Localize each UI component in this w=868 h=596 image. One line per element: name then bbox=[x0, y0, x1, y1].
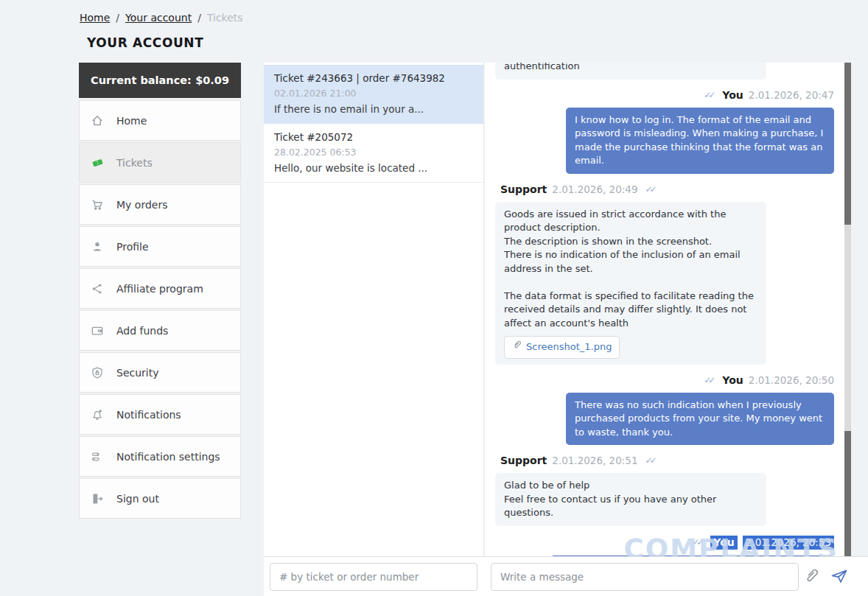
sidebar-item-label: Add funds bbox=[116, 325, 168, 337]
sidebar-item-notifications[interactable]: Notifications bbox=[79, 394, 241, 435]
sidebar-item-affiliate-program[interactable]: Affiliate program bbox=[79, 268, 241, 309]
bottom-bar bbox=[264, 556, 868, 596]
message-bubble: There was no such indication when I prev… bbox=[566, 393, 834, 446]
sidebar-item-label: Notification settings bbox=[116, 451, 220, 463]
ticket-date: 28.02.2025 06:53 bbox=[274, 146, 473, 158]
ticket-date: 02.01.2026 21:00 bbox=[274, 87, 473, 99]
read-receipt-icon: ✓✓ bbox=[645, 455, 654, 467]
message-bubble: authentification bbox=[495, 63, 766, 80]
sidebar-item-add-funds[interactable]: Add funds bbox=[79, 310, 241, 351]
sidebar-item-label: Notifications bbox=[116, 409, 181, 421]
read-receipt-icon: ✓✓ bbox=[692, 536, 701, 549]
bell-icon bbox=[91, 408, 110, 421]
attachment-paperclip-icon bbox=[512, 340, 522, 355]
wallet-icon bbox=[91, 324, 110, 337]
ticket-list: Ticket #243663 | order #764398202.01.202… bbox=[264, 63, 484, 556]
share-icon bbox=[91, 282, 110, 295]
sidebar-item-label: Profile bbox=[116, 241, 149, 253]
balance-header: Current balance: $0.09 bbox=[79, 63, 241, 98]
ticket-preview: If there is no email in your a... bbox=[274, 102, 473, 116]
message-bubble: Glad to be of help Feel free to contact … bbox=[495, 473, 766, 526]
breadcrumb: Home/Your account/Tickets bbox=[80, 12, 243, 24]
sign-out-icon bbox=[91, 492, 110, 505]
ticket-list-item[interactable]: Ticket #243663 | order #764398202.01.202… bbox=[264, 65, 483, 124]
message-time: 2.01.2026, 20:50 bbox=[749, 374, 834, 387]
chat-scrollbar-thumb[interactable] bbox=[844, 225, 851, 431]
sidebar-item-label: Tickets bbox=[116, 157, 153, 169]
paperclip-icon bbox=[803, 576, 819, 587]
sidebar-item-label: Affiliate program bbox=[116, 283, 203, 295]
ticket-list-item[interactable]: Ticket #20507228.02.2025 06:53Hello, our… bbox=[264, 124, 483, 183]
page-title: YOUR ACCOUNT bbox=[87, 35, 203, 50]
sidebar-item-label: My orders bbox=[116, 199, 167, 211]
sidebar-item-label: Sign out bbox=[116, 493, 159, 505]
sender-name: You bbox=[722, 374, 743, 387]
attachment-filename: Screenshot_1.png bbox=[526, 340, 612, 354]
sidebar-item-label: Security bbox=[116, 367, 159, 379]
shield-icon bbox=[91, 366, 110, 379]
ticket-title: Ticket #243663 | order #7643982 bbox=[274, 71, 473, 85]
toggles-icon bbox=[91, 450, 110, 463]
balance-label: Current balance: bbox=[91, 74, 192, 86]
breadcrumb-item-your-account[interactable]: Your account bbox=[125, 12, 192, 24]
account-tickets-page: Home/Your account/Tickets YOUR ACCOUNT C… bbox=[0, 0, 868, 596]
sidebar-item-sign-out[interactable]: Sign out bbox=[79, 478, 241, 519]
read-receipt-icon: ✓✓ bbox=[704, 89, 713, 102]
message-meta: Support2.01.2026, 20:49✓✓ bbox=[495, 183, 834, 196]
read-receipt-icon: ✓✓ bbox=[645, 183, 654, 196]
sender-name: You bbox=[722, 89, 743, 102]
message-bubble: I know how to log in. The format of the … bbox=[566, 108, 834, 174]
sidebar-item-label: Home bbox=[116, 115, 147, 127]
message-bubble: Goods are issued in strict accordance wi… bbox=[495, 202, 766, 365]
attach-file-button[interactable] bbox=[803, 567, 819, 587]
balance-value: $0.09 bbox=[195, 74, 229, 86]
breadcrumb-separator: / bbox=[116, 12, 119, 24]
send-icon bbox=[830, 576, 849, 587]
sidebar: Current balance: $0.09 HomeTicketsMy ord… bbox=[79, 63, 241, 520]
ticket-title: Ticket #205072 bbox=[274, 130, 473, 144]
read-receipt-icon: ✓✓ bbox=[704, 374, 713, 387]
ticket-search-input[interactable] bbox=[270, 563, 477, 591]
home-icon bbox=[91, 114, 110, 127]
message-meta: ✓✓You2.01.2026, 20:53 bbox=[495, 536, 834, 550]
message-meta: ✓✓You2.01.2026, 20:50 bbox=[495, 374, 834, 387]
breadcrumb-item-home[interactable]: Home bbox=[80, 12, 110, 24]
message-meta: ✓✓You2.01.2026, 20:47 bbox=[495, 89, 834, 102]
message-time: 2.01.2026, 20:53 bbox=[743, 536, 834, 550]
chat-scrollbar[interactable] bbox=[844, 63, 851, 556]
sidebar-item-profile[interactable]: Profile bbox=[79, 226, 241, 267]
breadcrumb-separator: / bbox=[197, 12, 201, 24]
message-time: 2.01.2026, 20:51 bbox=[552, 455, 637, 467]
chat-panel: authentification✓✓You2.01.2026, 20:47I k… bbox=[485, 63, 844, 556]
ticket-preview: Hello, our website is located ... bbox=[274, 161, 473, 175]
message-meta: Support2.01.2026, 20:51✓✓ bbox=[495, 455, 834, 467]
sender-name: Support bbox=[500, 455, 547, 467]
ticket-icon bbox=[91, 156, 110, 169]
attachment-chip[interactable]: Screenshot_1.png bbox=[504, 336, 620, 359]
sidebar-item-notification-settings[interactable]: Notification settings bbox=[79, 436, 241, 477]
sidebar-item-my-orders[interactable]: My orders bbox=[79, 184, 241, 225]
sidebar-item-security[interactable]: Security bbox=[79, 352, 241, 393]
sidebar-item-tickets[interactable]: Tickets bbox=[79, 142, 241, 183]
person-icon bbox=[91, 240, 110, 253]
send-message-button[interactable] bbox=[830, 567, 849, 587]
cart-icon bbox=[91, 198, 110, 211]
breadcrumb-item-tickets: Tickets bbox=[207, 12, 243, 24]
sender-name: You bbox=[710, 536, 737, 550]
sender-name: Support bbox=[500, 183, 547, 196]
message-input[interactable] bbox=[491, 563, 799, 591]
message-time: 2.01.2026, 20:47 bbox=[749, 89, 834, 102]
sidebar-item-home[interactable]: Home bbox=[79, 100, 241, 141]
message-time: 2.01.2026, 20:49 bbox=[552, 183, 637, 196]
